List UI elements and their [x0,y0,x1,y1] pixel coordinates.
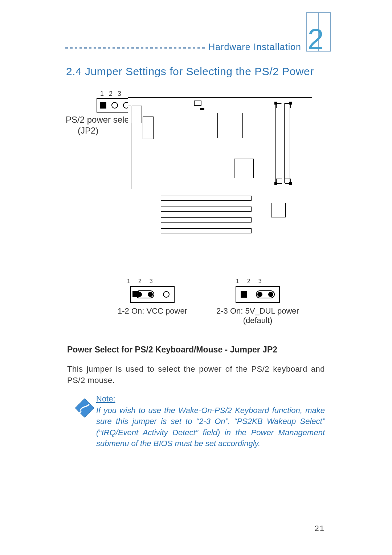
jumper-jp2-zoom [97,98,133,113]
option-a-pin-numbers: 123 [127,278,189,285]
dimm-slot [284,103,290,183]
option-b-caption: 2-3 On: 5V_DUL power [216,306,299,315]
io-ports [132,106,142,123]
southbridge-chip [271,203,286,217]
pin1-square-icon [241,291,247,298]
page-number: 21 [315,524,325,533]
callout-label-line1: PS/2 power select [66,115,136,125]
jumper-cap-icon [256,290,275,298]
pin1-square-icon [132,291,139,297]
io-panel [128,106,131,189]
chapter-title: Hardware Installation [208,42,301,52]
option-a-caption: 1-2 On: VCC power [118,306,187,315]
power-connector [194,101,201,106]
header-block [143,117,154,139]
note-icon [74,398,95,418]
jp2-location [200,108,204,110]
option-b-caption-sub: (default) [214,316,301,325]
note-block: Note: If you wish to use the Wake-On-PS/… [67,394,325,449]
svg-marker-0 [75,399,94,417]
pin1-square-icon [100,102,106,109]
note-text: If you wish to use the Wake-On-PS/2 Keyb… [96,405,325,449]
section-heading: 2.4 Jumper Settings for Selecting the PS… [66,65,314,78]
expansion-slot [161,207,252,212]
option-b-pin-numbers: 123 [236,278,301,285]
body-paragraph: This jumper is used to select the power … [67,364,325,386]
expansion-slot [161,196,252,201]
callout-label-line2: (JP2) [78,126,98,136]
jumper-option-a: 123 1-2 On: VCC power [116,278,189,316]
jumper-option-b: 123 2-3 On: 5V_DUL power (default) [214,278,301,325]
pin2-circle-icon [111,102,118,109]
note-title: Note: [96,394,325,404]
subsection-heading: Power Select for PS/2 Keyboard/Mouse - J… [67,345,277,355]
chapter-header: Hardware Installation 2 [65,22,327,51]
dotted-leader [65,45,207,49]
motherboard-outline [128,97,312,256]
chapter-number: 2 [308,25,324,54]
motherboard-diagram: 123 PS/2 power select (JP2) [97,90,318,282]
jumper-diagram-2-3-on [236,286,280,303]
expansion-slot [161,217,252,223]
dimm-slot [275,103,281,183]
jumper-options-area: 123 1-2 On: VCC power 123 2-3 On: 5V_DUL… [109,278,327,336]
northbridge-chip [234,159,254,178]
expansion-slot [161,228,252,233]
pin-open-circle-icon [163,291,170,298]
cpu-socket [217,113,243,138]
jumper-pin-numbers: 123 [100,90,126,98]
